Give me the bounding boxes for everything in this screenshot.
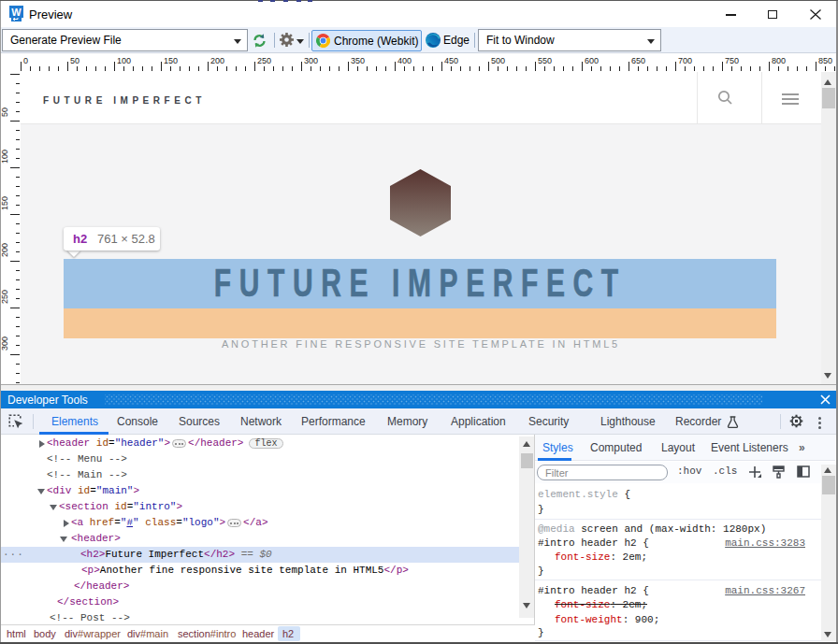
- svg-text:W: W: [11, 7, 22, 18]
